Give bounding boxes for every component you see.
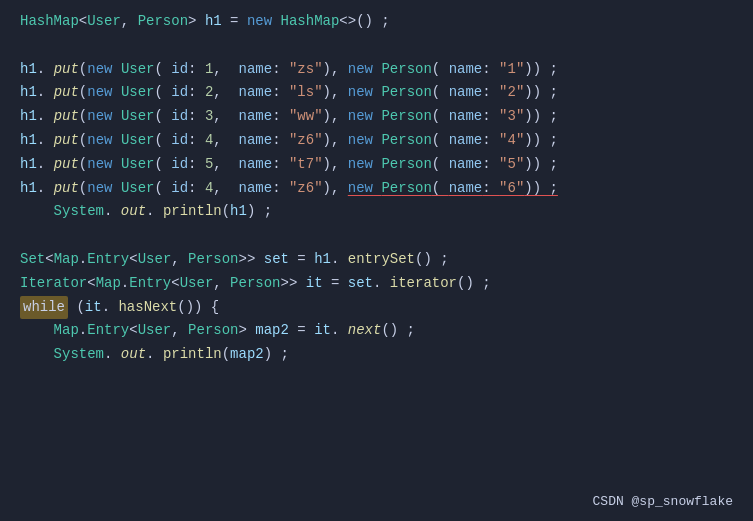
code-block: HashMap<User, Person> h1 = new HashMap<>… [0, 0, 753, 377]
line-put1: h1. put(new User( id: 1, name: "zs"), ne… [20, 58, 733, 82]
line-put4: h1. put(new User( id: 4, name: "z6"), ne… [20, 129, 733, 153]
line-set-decl: Set<Map.Entry<User, Person>> set = h1. e… [20, 248, 733, 272]
line-put2: h1. put(new User( id: 2, name: "ls"), ne… [20, 81, 733, 105]
line-iter-decl: Iterator<Map.Entry<User, Person>> it = s… [20, 272, 733, 296]
line-map2-decl: Map.Entry<User, Person> map2 = it. next(… [20, 319, 733, 343]
line-blank1 [20, 34, 733, 58]
line-blank2 [20, 224, 733, 248]
line-println-h1: System. out. println(h1) ; [20, 200, 733, 224]
line-hashmap-decl: HashMap<User, Person> h1 = new HashMap<>… [20, 10, 733, 34]
line-println-map2: System. out. println(map2) ; [20, 343, 733, 367]
while-keyword: while [20, 296, 68, 320]
line-put6: h1. put(new User( id: 4, name: "z6"), ne… [20, 177, 733, 201]
line-while: while (it. hasNext()) { [20, 296, 733, 320]
watermark: CSDN @sp_snowflake [593, 494, 733, 509]
line-put3: h1. put(new User( id: 3, name: "ww"), ne… [20, 105, 733, 129]
line-put5: h1. put(new User( id: 5, name: "t7"), ne… [20, 153, 733, 177]
type-hashmap: HashMap [20, 10, 79, 34]
